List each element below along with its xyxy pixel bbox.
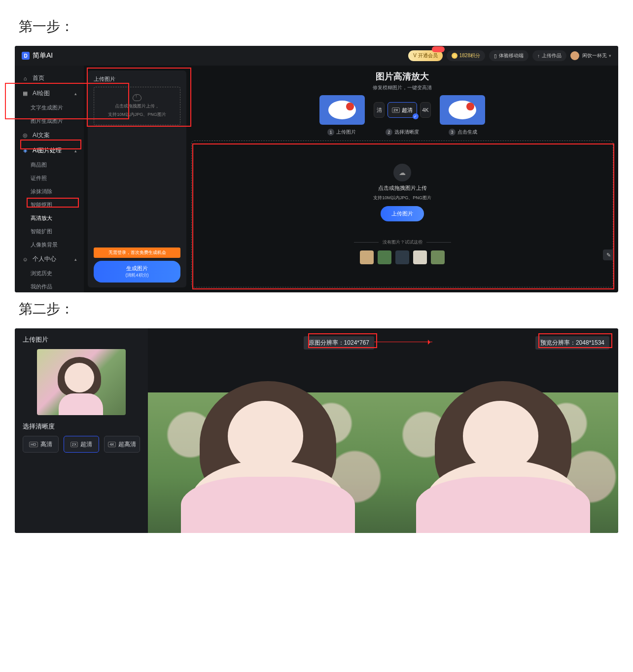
sidebar-item[interactable]: 图片生成图片 xyxy=(15,114,84,128)
sidebar-item[interactable]: 浏览历史 xyxy=(15,267,84,280)
original-half: 原图分辨率：1024*767 xyxy=(148,328,383,533)
cloud-upload-icon: ☁ xyxy=(393,164,411,181)
compare-view: 原图分辨率：1024*767 预览分辨率：2048*1534 xyxy=(148,328,618,533)
sidebar-ai-image[interactable]: ◈AI图片处理▴ xyxy=(15,143,84,158)
sample-thumb[interactable] xyxy=(360,250,374,264)
page-subtitle: 修复模糊图片，一键变高清 xyxy=(191,84,613,91)
sidebar-personal[interactable]: ☺个人中心▴ xyxy=(15,251,84,267)
sidebar-item[interactable]: 智能扩图 xyxy=(15,225,84,238)
step-pill: 1上传图片 xyxy=(327,129,356,136)
chevron-up-icon: ▴ xyxy=(74,148,77,153)
home-icon: ⌂ xyxy=(22,75,29,82)
generate-button[interactable]: 生成图片 (消耗4积分) xyxy=(94,261,180,283)
upload-panel: 上传图片 点击或拖拽图片上传， 支持10M以内JPG、PNG图片 无需登录，首次… xyxy=(88,71,186,287)
sidebar: ⌂首页 ▦AI绘图▴ 文字生成图片 图片生成图片 ◎AI文案 ◈AI图片处理▴ … xyxy=(15,66,84,292)
preview-half: 预览分辨率：2048*1534 xyxy=(383,328,618,533)
phone-icon: ▯ xyxy=(494,53,497,59)
preview-before xyxy=(319,95,365,125)
chevron-down-icon: ▾ xyxy=(609,53,611,58)
cloud-upload-icon xyxy=(133,94,141,101)
points-pill[interactable]: 1828积分 xyxy=(447,50,485,61)
upload-dropzone-large[interactable]: ☁ 点击或拖拽图片上传 支持10M以内JPG、PNG图片 上传图片 没有图片？试… xyxy=(191,141,613,287)
step-pill: 3点击生成 xyxy=(449,129,477,136)
sidebar-item[interactable]: 商品图 xyxy=(15,158,84,172)
sidebar-ai-draw[interactable]: ▦AI绘图▴ xyxy=(15,86,84,101)
upload-icon: ↑ xyxy=(537,53,540,59)
mobile-button[interactable]: ▯ 体验移动端 xyxy=(489,50,528,61)
logo-icon: D xyxy=(22,52,30,60)
sidebar-item[interactable]: 智能抠图 xyxy=(15,198,84,212)
sample-thumbs xyxy=(360,250,445,264)
badge-icon: 2X xyxy=(392,107,400,113)
upload-button[interactable]: 上传图片 xyxy=(381,206,424,221)
sidebar-item[interactable]: 人像换背景 xyxy=(15,238,84,251)
drop-title: 点击或拖拽图片上传 xyxy=(378,184,427,192)
preview-image xyxy=(383,392,618,533)
clarity-hd-button[interactable]: HD高清 xyxy=(23,436,59,453)
hero: 图片高清放大 修复模糊图片，一键变高清 清 2X超清 4K 1上传图片 2选择 xyxy=(191,71,613,136)
image-icon: ▦ xyxy=(22,90,29,97)
coin-icon xyxy=(452,53,457,59)
clarity-options: HD高清 2X超清 4K超高清 xyxy=(23,436,140,453)
chevron-up-icon: ▴ xyxy=(74,257,77,262)
sample-thumb[interactable] xyxy=(413,250,427,264)
sidebar-ai-write[interactable]: ◎AI文案 xyxy=(15,128,84,143)
clarity-uhd-button[interactable]: 2X超清 xyxy=(64,436,100,453)
uploaded-thumb[interactable] xyxy=(37,349,126,415)
sample-thumb[interactable] xyxy=(395,250,409,264)
sample-hint: 没有图片？试试这些 xyxy=(354,239,451,246)
sidebar-item-upscale[interactable]: 高清放大 xyxy=(15,212,84,225)
user-icon: ☺ xyxy=(22,256,29,263)
app1-container: D 简单AI V 开通会员 1828积分 ▯ 体验移动端 ↑ 上传作品 闲饮一杯… xyxy=(15,46,618,292)
upload-dropzone-small[interactable]: 点击或拖拽图片上传， 支持10M以内JPG、PNG图片 xyxy=(94,87,180,125)
mode-2x-button[interactable]: 2X超清 xyxy=(387,102,417,118)
app2-container: 上传图片 选择清晰度 HD高清 2X超清 4K超高清 原图分辨率：1024*76… xyxy=(15,328,618,533)
main-panel: 图片高清放大 修复模糊图片，一键变高清 清 2X超清 4K 1上传图片 2选择 xyxy=(191,71,613,287)
app-header: D 简单AI V 开通会员 1828积分 ▯ 体验移动端 ↑ 上传作品 闲饮一杯… xyxy=(15,46,618,66)
sidebar-item[interactable]: 涂抹消除 xyxy=(15,185,84,198)
username[interactable]: 闲饮一杯无 xyxy=(582,52,607,59)
orig-resolution-label: 原图分辨率：1024*767 xyxy=(304,336,374,350)
edit-fab-icon[interactable]: ✎ xyxy=(603,249,613,260)
upload-panel-title: 上传图片 xyxy=(94,75,180,83)
drop-sub: 支持10M以内JPG、PNG图片 xyxy=(373,195,431,201)
sidebar-item[interactable]: 我的作品 xyxy=(15,280,84,292)
sample-thumb[interactable] xyxy=(431,250,445,264)
promo-badge: 无需登录，首次免费生成机会 xyxy=(94,248,180,258)
step2-panel: 上传图片 选择清晰度 HD高清 2X超清 4K超高清 xyxy=(15,328,148,533)
vip-button[interactable]: V 开通会员 xyxy=(408,50,442,61)
clarity-section-label: 选择清晰度 xyxy=(23,422,140,431)
sidebar-item[interactable]: 证件照 xyxy=(15,172,84,185)
upload-work-button[interactable]: ↑ 上传作品 xyxy=(532,50,566,61)
step-pill: 2选择清晰度 xyxy=(386,129,419,136)
sidebar-item[interactable]: 文字生成图片 xyxy=(15,101,84,114)
logo[interactable]: D 简单AI xyxy=(22,51,53,60)
mode-group: 清 2X超清 4K xyxy=(374,102,431,118)
preview-resolution-label: 预览分辨率：2048*1534 xyxy=(535,336,609,350)
original-image xyxy=(148,392,383,533)
page-title: 图片高清放大 xyxy=(191,71,613,82)
mode-hd-button[interactable]: 清 xyxy=(374,102,385,118)
avatar[interactable] xyxy=(570,51,579,60)
step2-label: 第二步： xyxy=(19,300,618,318)
doc-icon: ◎ xyxy=(22,132,29,139)
preview-after xyxy=(440,95,485,125)
logo-text: 简单AI xyxy=(33,51,53,60)
chevron-up-icon: ▴ xyxy=(74,91,77,96)
panel-title: 上传图片 xyxy=(23,335,140,344)
clarity-uuhd-button[interactable]: 4K超高清 xyxy=(104,436,140,453)
sample-thumb[interactable] xyxy=(378,250,391,264)
mode-4k-button[interactable]: 4K xyxy=(420,102,431,118)
step1-label: 第一步： xyxy=(19,17,618,36)
sidebar-home[interactable]: ⌂首页 xyxy=(15,71,84,86)
magic-icon: ◈ xyxy=(22,147,29,154)
steps-row: 1上传图片 2选择清晰度 3点击生成 xyxy=(191,129,613,136)
